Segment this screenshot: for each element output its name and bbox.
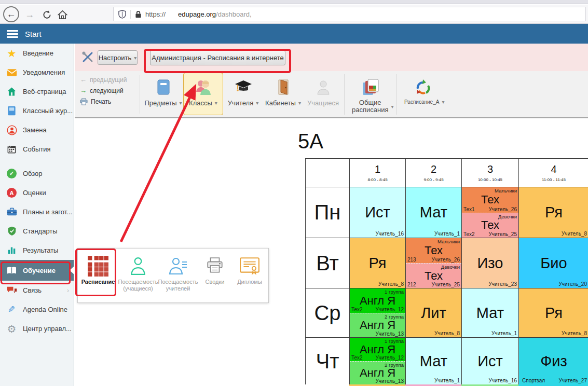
popup-item-label: Сводки (206, 279, 225, 285)
teacher-label: Учитель_12 (375, 307, 404, 312)
lesson-cell[interactable]: Мат Учитель_1 (406, 187, 462, 238)
group-label: 2 группа (385, 362, 404, 368)
sidebar-item-standarty[interactable]: Стандарты (0, 222, 74, 241)
group-label: 1 группа (385, 289, 404, 295)
subject-label: Ист (477, 353, 503, 370)
sidebar-item-control-center[interactable]: Центр управл... (0, 319, 74, 338)
tab-classrooms[interactable]: Кабинеты (263, 73, 303, 115)
lesson-half[interactable]: Мальчики Тех Тех1 Учитель_26 (462, 187, 518, 213)
sidebar-item-label: Введение (23, 49, 53, 57)
lesson-cell[interactable]: Ря Учитель_8 (519, 288, 588, 338)
tab-summary-timetables[interactable]: Общие расписания (346, 73, 395, 115)
next-link[interactable]: → следующий (80, 85, 127, 96)
sidebar-item-sobytiya[interactable]: События (0, 140, 74, 159)
teacher-label: Учитель_13 (375, 331, 404, 337)
sidebar-item-label: Связь (23, 286, 42, 294)
previous-link[interactable]: ← предыдущий (80, 74, 127, 85)
tab-students[interactable]: Учащиеся (303, 73, 343, 115)
back-button[interactable]: ← (3, 6, 19, 22)
lesson-cell[interactable]: Ист Учитель_16 (462, 338, 519, 385)
popup-item-attendance-students[interactable]: Посещаемость (учащиеся) (118, 249, 158, 302)
attendance-teachers-icon (169, 254, 187, 279)
teacher-label: Учитель_26 (431, 257, 460, 263)
lesson-cell[interactable]: Ря Учитель_8 (519, 187, 588, 238)
lesson-cell[interactable]: Мат Учитель_1 (406, 338, 462, 385)
popup-item-label: Дипломы (237, 279, 262, 285)
popup-item-attendance-teachers[interactable]: Посещаемость учителей (158, 249, 198, 302)
period-header: 1 8:00 - 8:45 (350, 159, 406, 187)
chat-icon (6, 285, 17, 296)
lesson-cell-split: 1 группа Англ Я Тех2 Учитель_12 2 группа… (350, 338, 406, 385)
pen-icon (6, 304, 17, 315)
lesson-half[interactable]: Девочки Тех Тех2 Учитель_25 (462, 213, 518, 238)
tools-icon[interactable] (81, 51, 94, 63)
lesson-cell[interactable]: Ря Учитель_8 (350, 238, 406, 288)
lesson-half[interactable]: 2 группа Англ Я Учитель_13 (350, 361, 405, 384)
lesson-half[interactable]: Девочки Тех 212 Учитель_25 (406, 263, 461, 288)
group-label: 2 группа (385, 314, 404, 320)
subject-label: Лит (421, 305, 446, 322)
lesson-cell[interactable]: Био Учитель_20 (519, 238, 588, 288)
home-button[interactable] (56, 8, 69, 21)
popup-item-raspisanie[interactable]: Расписание (78, 249, 118, 302)
teacher-label: Учитель_1 (434, 378, 460, 383)
sidebar-item-obzor[interactable]: ✓ Обзор (0, 164, 74, 183)
configure-button[interactable]: Настроить (98, 50, 138, 65)
lesson-half[interactable]: 1 группа Англ Я Тех2 Учитель_12 (350, 338, 405, 361)
gear-icon (6, 323, 17, 334)
lesson-cell[interactable]: Ист Учитель_16 (350, 187, 406, 238)
sidebar-item-svyaz[interactable]: Связь › (0, 281, 74, 300)
room-label: Тех2 (463, 231, 474, 237)
lesson-cell-split: Мальчики Тех 213 Учитель_26 Девочки Тех … (406, 238, 462, 288)
sidebar-item-uvedomleniya[interactable]: Уведомления (0, 63, 74, 82)
teacher-label: Учитель_8 (434, 330, 460, 336)
lesson-cell[interactable]: Мат Учитель_1 (462, 288, 519, 338)
popup-item-diplomy[interactable]: Дипломы (231, 249, 268, 302)
sidebar-item-vvedenie[interactable]: Введение (0, 44, 74, 63)
url-bar[interactable]: https:// edupage.org /dashboard, (113, 7, 586, 21)
timetable-grid: 1 8:00 - 8:45 2 9:00 - 9:45 3 10:00 - 10… (305, 158, 588, 385)
menu-icon[interactable] (7, 30, 18, 38)
sidebar-item-zamena[interactable]: Замена (0, 120, 74, 140)
sidebar-item-ocenki[interactable]: A Оценки (0, 183, 74, 202)
reload-button[interactable] (40, 8, 53, 21)
sidebar-item-agenda[interactable]: Agenda Online (0, 300, 74, 319)
attendance-students-icon (129, 254, 147, 279)
lesson-half[interactable]: 1 группа Англ Я Тех2 Учитель_12 (350, 288, 405, 313)
lesson-cell[interactable]: Лит Учитель_8 (406, 288, 462, 338)
teacher-label: Учитель_26 (488, 206, 517, 212)
app-title: Start (25, 30, 42, 38)
lock-icon[interactable] (135, 10, 142, 18)
teacher-label: Учитель_8 (378, 281, 404, 287)
tracking-shield-icon[interactable] (118, 10, 126, 19)
print-link[interactable]: Печать (80, 96, 127, 107)
summary-timetables-icon (362, 77, 379, 98)
sidebar-item-label: События (23, 145, 51, 153)
lesson-half[interactable]: Мальчики Тех 213 Учитель_26 (406, 238, 461, 263)
forward-icon: → (25, 9, 34, 20)
tab-teachers[interactable]: Учителя (223, 73, 263, 115)
sidebar-item-class-register[interactable]: Классный жур... (0, 101, 74, 120)
room-label: 213 (407, 257, 416, 263)
room-label: Тех2 (351, 355, 362, 361)
sidebar-item-rezultaty[interactable]: Результаты (0, 241, 74, 260)
corner-cell (306, 159, 350, 187)
browser-toolbar: ← → https:// edupage.org /dashboard, (0, 5, 588, 24)
popup-item-label: Расписание (81, 279, 115, 285)
tab-timetable-a[interactable]: Расписание_А (398, 73, 448, 115)
diploma-certificate-icon (239, 254, 260, 279)
popup-item-svodki[interactable]: Сводки (198, 249, 231, 302)
lesson-cell[interactable]: Физ Спортзал Учитель_27 (519, 338, 588, 385)
forward-button[interactable]: → (23, 8, 36, 21)
sidebar-item-webpage[interactable]: Веб-страница (0, 82, 74, 101)
admin-timetables-button[interactable]: Администрация - Расписания в интернете (150, 50, 285, 65)
sidebar-item-plany[interactable]: Планы и загот... (0, 202, 74, 222)
sidebar-item-obuchenie[interactable]: Обучение (0, 260, 74, 281)
sidebar-item-label: Веб-страница (23, 88, 66, 95)
tab-classes[interactable]: Классы (183, 73, 223, 115)
main-content: Настроить Администрация - Расписания в и… (75, 44, 588, 386)
lesson-half[interactable]: 2 группа Англ Я Учитель_13 (350, 313, 405, 337)
lesson-cell[interactable]: Изо Учитель_23 (462, 238, 519, 288)
tab-subjects[interactable]: Предметы (143, 73, 183, 115)
toolbar-divider (140, 75, 140, 114)
